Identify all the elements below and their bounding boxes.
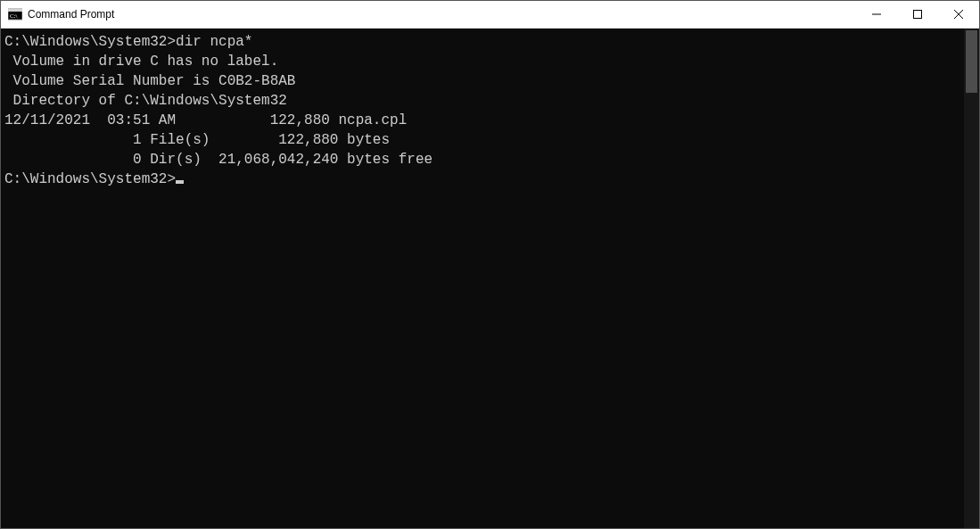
typed-command: dir ncpa*: [176, 34, 252, 50]
terminal-line: 1 File(s) 122,880 bytes: [4, 130, 959, 150]
terminal-area: C:\Windows\System32>dir ncpa* Volume in …: [1, 29, 979, 528]
minimize-button[interactable]: [856, 1, 897, 28]
prompt-path: C:\Windows\System32>: [4, 34, 176, 50]
cmd-icon: C:\: [8, 7, 22, 21]
terminal-line: 0 Dir(s) 21,068,042,240 bytes free: [4, 150, 959, 169]
titlebar[interactable]: C:\ Command Prompt: [1, 1, 979, 29]
window-title: Command Prompt: [28, 8, 856, 21]
vertical-scrollbar[interactable]: [964, 29, 979, 528]
terminal-line: Volume in drive C has no label.: [4, 52, 959, 71]
terminal-line: 12/11/2021 03:51 AM 122,880 ncpa.cpl: [4, 111, 959, 130]
cursor: [176, 180, 184, 184]
command-prompt-window: C:\ Command Prompt C:\Windows\System32>d…: [0, 0, 980, 529]
terminal-line: Directory of C:\Windows\System32: [4, 91, 959, 111]
scrollbar-thumb[interactable]: [966, 30, 977, 93]
window-controls: [856, 1, 979, 28]
terminal-line: Volume Serial Number is C0B2-B8AB: [4, 71, 959, 91]
terminal-line: C:\Windows\System32>: [4, 169, 959, 189]
maximize-button[interactable]: [897, 1, 938, 28]
svg-rect-4: [914, 11, 922, 19]
terminal-line: C:\Windows\System32>dir ncpa*: [4, 32, 959, 52]
svg-text:C:\: C:\: [10, 12, 18, 20]
close-button[interactable]: [938, 1, 979, 28]
svg-rect-1: [8, 9, 22, 12]
terminal-output[interactable]: C:\Windows\System32>dir ncpa* Volume in …: [1, 29, 964, 528]
prompt-path: C:\Windows\System32>: [4, 171, 176, 187]
